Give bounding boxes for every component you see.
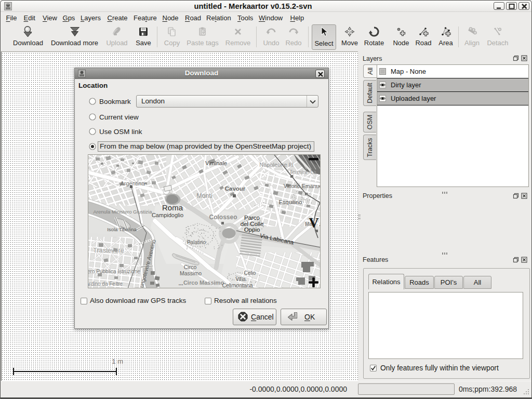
svg-text:Argentina: Argentina bbox=[120, 180, 145, 187]
svg-text:Massimo: Massimo bbox=[180, 270, 202, 276]
svg-text:Arenula Ministero Giustizia: Arenula Ministero Giustizia bbox=[94, 209, 153, 215]
svg-text:Esquilino: Esquilino bbox=[279, 199, 302, 205]
svg-text:Palatino: Palatino bbox=[187, 240, 206, 245]
svg-text:nardino da Feltre: nardino da Feltre bbox=[88, 281, 123, 287]
svg-text:Trastevere: Trastevere bbox=[93, 247, 124, 254]
svg-text:Monti: Monti bbox=[196, 192, 212, 200]
svg-text:Viminale: Viminale bbox=[205, 160, 227, 166]
svg-text:stero Pubblica Istruzione: stero Pubblica Istruzione bbox=[88, 269, 140, 274]
svg-text:...: ... bbox=[178, 280, 183, 286]
svg-text:Oppio: Oppio bbox=[244, 227, 260, 233]
svg-text:Celimontana: Celimontana bbox=[222, 282, 253, 288]
svg-text:z: z bbox=[319, 221, 320, 227]
svg-text:Colosseo: Colosseo bbox=[209, 214, 237, 221]
svg-text:Parco: Parco bbox=[244, 215, 260, 221]
svg-text:Campidoglio: Campidoglio bbox=[152, 212, 183, 218]
svg-text:Celio: Celio bbox=[244, 270, 256, 276]
svg-text:Circo Massimo: Circo Massimo bbox=[183, 280, 224, 286]
svg-text:Napoleone III: Napoleone III bbox=[259, 162, 293, 168]
svg-text:Villa: Villa bbox=[235, 276, 246, 282]
svg-text:Termini -La: Termini -La bbox=[289, 169, 316, 175]
svg-text:Isola Tiberina: Isola Tiberina bbox=[107, 227, 137, 232]
svg-text:Circo: Circo bbox=[184, 264, 197, 270]
svg-text:del Colle: del Colle bbox=[241, 221, 264, 227]
svg-text:Vittorio Emanuele: Vittorio Emanuele bbox=[284, 183, 320, 189]
svg-text:V: V bbox=[309, 215, 319, 231]
svg-text:Cavour: Cavour bbox=[225, 185, 246, 192]
svg-text:Roma: Roma bbox=[162, 203, 183, 212]
